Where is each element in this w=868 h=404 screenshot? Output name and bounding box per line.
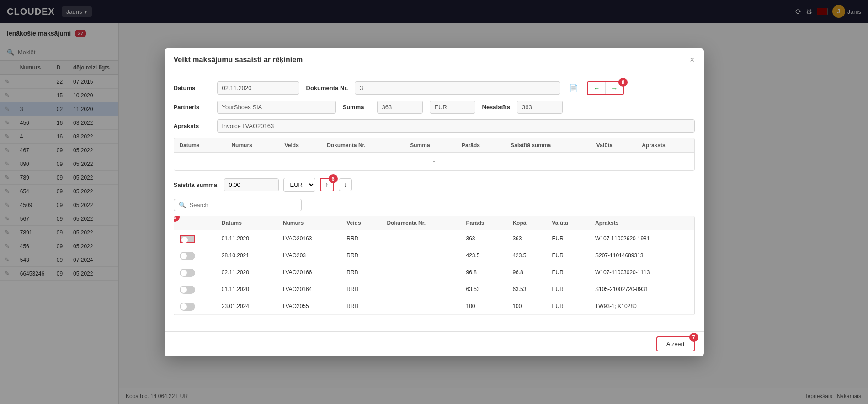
row-toggle-0[interactable]	[180, 235, 195, 243]
row-veids: RRD	[341, 298, 381, 314]
row-selector-cell[interactable]	[174, 230, 216, 247]
summa-label: Summa	[343, 104, 370, 111]
upper-table-empty-cell: -	[174, 152, 694, 170]
saistita-row: Saistītā summa EUR ↑ 6 ↓	[174, 178, 695, 192]
search-icon: 🔍	[179, 202, 186, 208]
row-kopa: 100	[507, 298, 546, 314]
lower-col-veids: Veids	[341, 216, 381, 230]
upper-col-parads: Parāds	[456, 138, 505, 153]
upper-col-datums: Datums	[174, 138, 226, 153]
up-button-wrapper: ↑ 6	[320, 178, 334, 191]
row-num: LVAO20163	[277, 230, 341, 247]
row-kopa: 363	[507, 230, 546, 247]
modal-overlay: Veikt maksājumu sasaisti ar rēķiniem × D…	[0, 0, 868, 404]
upper-col-summa: Summa	[405, 138, 456, 153]
modal-dialog: Veikt maksājumu sasaisti ar rēķiniem × D…	[165, 48, 704, 356]
lower-table: 5 Datums Numurs Veids Dokumenta Nr. Parā…	[174, 216, 694, 315]
row-date: 23.01.2024	[216, 298, 277, 314]
row-valuta: EUR	[546, 281, 590, 298]
row-kopa: 423.5	[507, 247, 546, 264]
row-kopa: 63.53	[507, 281, 546, 298]
currency-select[interactable]: EUR	[283, 178, 315, 192]
doc-icon-button[interactable]: 📄	[567, 82, 580, 94]
search-box: 🔍	[174, 199, 302, 211]
row-selector-cell[interactable]	[174, 247, 216, 264]
form-row-1: Datums Dokumenta Nr. 📄 ← → 8	[174, 81, 695, 95]
form-row-2: Partneris Summa Nesaistīts	[174, 101, 695, 114]
upper-col-saistita-summa: Saistītā summa	[505, 138, 591, 153]
row-toggle-4[interactable]	[180, 303, 195, 311]
row-parads: 100	[460, 298, 507, 314]
row-apraksts: S105-21002720-8931	[590, 281, 694, 298]
row-kopa: 96.8	[507, 264, 546, 281]
saistita-label: Saistītā summa	[174, 181, 219, 188]
row-apraksts: W107-11002620-1981	[590, 230, 694, 247]
upper-col-doc-nr: Dokumenta Nr.	[321, 138, 405, 153]
modal-close-button[interactable]: ×	[690, 55, 695, 65]
prev-arrow-button[interactable]: ←	[588, 82, 606, 94]
upper-table: Datums Numurs Veids Dokumenta Nr. Summa …	[174, 138, 694, 170]
lower-table-row: 01.11.2020 LVAO20164 RRD 63.53 63.53 EUR…	[174, 281, 694, 298]
partneris-input[interactable]	[217, 101, 336, 114]
upper-col-valuta: Valūta	[591, 138, 636, 153]
nav-arrows-wrapper: ← → 8	[587, 81, 624, 95]
lower-col-parads: Parāds	[460, 216, 507, 230]
row-toggle-3[interactable]	[180, 286, 195, 294]
row-selector-cell[interactable]	[174, 298, 216, 314]
row-toggle-1[interactable]	[180, 252, 195, 260]
nesaistits-label: Nesaistīts	[482, 104, 510, 111]
modal-body: Datums Dokumenta Nr. 📄 ← → 8 Pa	[165, 72, 704, 331]
row-apraksts: S207-11014689313	[590, 247, 694, 264]
row-parads: 63.53	[460, 281, 507, 298]
doc-nr-input[interactable]	[355, 81, 560, 95]
row-date: 28.10.2021	[216, 247, 277, 264]
upper-table-wrapper: Datums Numurs Veids Dokumenta Nr. Summa …	[174, 138, 695, 171]
lower-table-row: 23.01.2024 LVAO2055 RRD 100 100 EUR TW93…	[174, 298, 694, 314]
row-selector-cell[interactable]	[174, 264, 216, 281]
row-date: 02.11.2020	[216, 264, 277, 281]
row-apraksts: TW93-1; K10280	[590, 298, 694, 314]
row-parads: 96.8	[460, 264, 507, 281]
lower-table-row: 01.11.2020 LVAO20163 RRD 363 363 EUR W10…	[174, 230, 694, 247]
row-selector-cell[interactable]	[174, 281, 216, 298]
upper-table-empty-row: -	[174, 152, 694, 170]
lower-col-datums: Datums	[216, 216, 277, 230]
row-date: 01.11.2020	[216, 230, 277, 247]
modal-header: Veikt maksājumu sasaisti ar rēķiniem ×	[165, 48, 704, 72]
search-row: 🔍	[174, 199, 695, 211]
row-valuta: EUR	[546, 264, 590, 281]
close-modal-button[interactable]: Aizvērt	[656, 336, 695, 351]
row-parads: 363	[460, 230, 507, 247]
download-button[interactable]: ↓	[339, 178, 352, 191]
row-doc-nr	[381, 264, 460, 281]
row-toggle-2[interactable]	[180, 269, 195, 277]
lower-table-row: 02.11.2020 LVAO20166 RRD 96.8 96.8 EUR W…	[174, 264, 694, 281]
app-background: CLOUDEX Jauns ▾ ⟳ ⚙ J Jānis Ienākošie ma…	[0, 0, 868, 404]
lower-col-kopa: Kopā	[507, 216, 546, 230]
modal-footer: Aizvērt 7	[165, 331, 704, 356]
search-input[interactable]	[190, 202, 297, 208]
row-apraksts: W107-41003020-1113	[590, 264, 694, 281]
nesaistits-input[interactable]	[517, 101, 563, 114]
row-date: 01.11.2020	[216, 281, 277, 298]
apraksts-label: Apraksts	[174, 122, 210, 129]
currency-input[interactable]	[430, 101, 475, 114]
saistita-input[interactable]	[224, 178, 279, 191]
nav-arrows-badge: 8	[618, 78, 628, 87]
row-num: LVAO203	[277, 247, 341, 264]
row-veids: RRD	[341, 281, 381, 298]
row-valuta: EUR	[546, 247, 590, 264]
lower-table-badge: 5	[174, 216, 180, 222]
apraksts-input[interactable]	[217, 119, 695, 133]
datums-input[interactable]	[217, 81, 299, 95]
row-veids: RRD	[341, 247, 381, 264]
row-parads: 423.5	[460, 247, 507, 264]
form-row-3: Apraksts	[174, 119, 695, 133]
lower-table-wrapper: 5 Datums Numurs Veids Dokumenta Nr. Parā…	[174, 216, 695, 315]
row-veids: RRD	[341, 264, 381, 281]
summa-input[interactable]	[377, 101, 423, 114]
lower-col-doc-nr: Dokumenta Nr.	[381, 216, 460, 230]
upper-col-apraksts: Apraksts	[636, 138, 694, 153]
row-doc-nr	[381, 298, 460, 314]
lower-table-row: 28.10.2021 LVAO203 RRD 423.5 423.5 EUR S…	[174, 247, 694, 264]
